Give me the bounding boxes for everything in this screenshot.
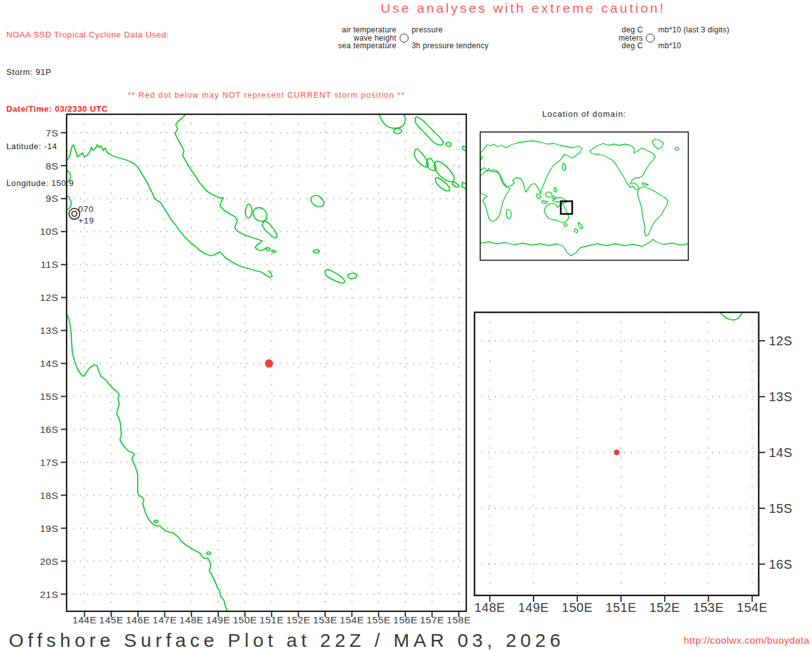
axis-label-lat: 20S	[40, 556, 58, 567]
world-coastlines	[480, 139, 688, 256]
station-pressure-value: 070	[78, 204, 94, 214]
world-africa	[480, 170, 510, 222]
axis-label-lon: 153E	[693, 600, 724, 614]
axis-label-lon: 151E	[606, 600, 637, 614]
coastline-png-north	[175, 114, 266, 251]
legend-degc-top: deg C	[619, 26, 643, 34]
tc-info-latitude: Latitude: -14	[6, 140, 169, 153]
station-legend-left-labels: air temperature wave height sea temperat…	[338, 26, 396, 50]
world-south-america	[638, 187, 668, 236]
station-plot-legend: air temperature wave height sea temperat…	[338, 26, 488, 50]
world-eurasia	[480, 141, 582, 194]
axis-label-lon: 158E	[447, 614, 471, 625]
axis-label-lon: 151E	[259, 614, 284, 625]
axis-label-lat: 12S	[769, 334, 792, 348]
islands-qld-offshore	[154, 520, 211, 554]
axis-label-lat: 15S	[40, 391, 58, 402]
axis-label-lat: 12S	[40, 292, 58, 303]
axis-label-lon: 149E	[206, 614, 230, 625]
axis-label-lat: 21S	[40, 589, 58, 600]
axis-label-lon: 154E	[737, 600, 768, 614]
axis-label-lat: 13S	[40, 325, 58, 336]
legend-pressure: pressure	[412, 26, 488, 34]
axis-label-lon: 155E	[367, 614, 391, 625]
inset-map-frame	[480, 132, 688, 260]
legend-mb10: mb*10	[658, 42, 729, 50]
axis-label-lon: 147E	[153, 614, 177, 625]
axis-label-lat: 14S	[40, 358, 58, 369]
world-antarctica	[480, 239, 688, 256]
legend-degc-bottom: deg C	[619, 42, 643, 50]
legend-sea-temperature: sea temperature	[338, 42, 396, 50]
axis-label-lat: 14S	[769, 446, 792, 460]
axis-label-lat: 18S	[40, 490, 58, 501]
zoom-map-overlay	[614, 449, 620, 455]
axis-label-lon: 157E	[420, 614, 444, 625]
legend-air-temperature: air temperature	[338, 26, 396, 34]
axis-label-lon: 148E	[475, 600, 506, 614]
axis-label-lon: 149E	[518, 600, 549, 614]
island-small-nb	[394, 128, 402, 133]
units-legend-right-labels: mb*10 (last 3 digits) mb*10	[658, 26, 729, 50]
storm-position-dot	[265, 359, 273, 368]
island-goodenough	[246, 204, 252, 218]
tc-info-datetime: Date/Time: 03/2330 UTC	[6, 103, 169, 116]
tropical-cyclone-info: NOAA SSD Tropical Cyclone Data Used: Sto…	[6, 4, 169, 202]
storm-position-warning: ** Red dot below may NOT represent CURRE…	[67, 91, 466, 100]
island-trobriand	[311, 196, 324, 207]
axis-label-lon: 145E	[99, 614, 123, 625]
axis-label-lat: 17S	[40, 457, 58, 468]
island-normanby	[263, 222, 277, 238]
legend-mb10-last3: mb*10 (last 3 digits)	[658, 26, 729, 34]
world-islands	[480, 147, 679, 233]
axis-label-lat: 13S	[769, 390, 792, 404]
axis-label-lon: 152E	[649, 600, 680, 614]
world-madagascar	[506, 209, 511, 219]
axis-label-lon: 146E	[126, 614, 150, 625]
main-map-overlay: 070+19	[69, 204, 273, 368]
islands-small-se	[266, 248, 276, 253]
axis-label-lon: 144E	[72, 614, 96, 625]
axis-label-lon: 150E	[562, 600, 593, 614]
inset-map-title: Location of domain:	[480, 109, 688, 119]
inset-world-map	[480, 132, 688, 260]
axis-label-lat: 10S	[40, 226, 58, 237]
source-url: http://coolwx.com/buoydata	[606, 635, 809, 646]
axis-label-lon: 156E	[393, 614, 417, 625]
station-tendency-value: +19	[78, 216, 94, 225]
zoom-map-gridlines: 148E149E150E151E152E153E154E12S13S14S15S…	[475, 312, 792, 614]
axis-label-lon: 150E	[233, 614, 257, 625]
axis-label-lon: 148E	[180, 614, 204, 625]
units-circle-icon	[646, 34, 655, 43]
axis-label-lat: 16S	[769, 557, 792, 571]
axis-label-lat: 11S	[41, 259, 58, 270]
storm-position-dot	[614, 449, 620, 455]
axis-label-lat: 16S	[40, 424, 58, 435]
zoom-map: 148E149E150E151E152E153E154E12S13S14S15S…	[475, 312, 792, 614]
station-circle-icon	[400, 34, 409, 43]
world-north-america	[590, 143, 655, 190]
island-new-ireland	[415, 117, 451, 147]
plot-title: Offshore Surface Plot at 22Z / MAR 03, 2…	[9, 630, 565, 650]
units-legend-left-labels: deg C meters deg C	[619, 26, 643, 50]
tc-info-storm: Storm: 91P	[6, 66, 169, 79]
world-australia	[544, 203, 569, 223]
world-greenland	[652, 139, 664, 149]
axis-label-lon: 152E	[286, 614, 310, 625]
tc-info-longitude: Longitude: 150.9	[6, 177, 169, 190]
island-new-britain	[379, 114, 405, 128]
units-legend: deg C meters deg C mb*10 (last 3 digits)…	[619, 26, 730, 50]
caution-headline: Use analyses with extreme caution!	[381, 1, 736, 16]
island-fergusson	[253, 208, 266, 221]
island-alcester	[313, 249, 320, 253]
tc-info-source: NOAA SSD Tropical Cyclone Data Used:	[6, 29, 169, 41]
axis-label-lon: 153E	[313, 614, 337, 625]
legend-pressure-tendency: 3h pressure tendency	[412, 42, 488, 50]
station-legend-right-labels: pressure 3h pressure tendency	[412, 26, 488, 50]
axis-label-lat: 19S	[40, 523, 58, 534]
island-rossel	[720, 312, 742, 320]
axis-label-lon: 154E	[340, 614, 364, 625]
coastline-queensland	[68, 315, 227, 611]
axis-label-lat: 15S	[769, 501, 792, 515]
station-symbol-inner	[72, 211, 77, 216]
